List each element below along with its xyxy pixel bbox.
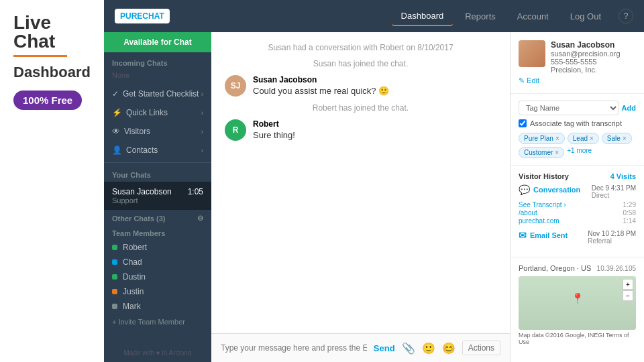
send-button[interactable]: Send — [374, 343, 395, 353]
active-chat-time: 1:05 — [188, 187, 203, 196]
team-member-name: Mark — [123, 302, 141, 311]
menu-quick-links[interactable]: ⚡ Quick Links › — [104, 103, 211, 122]
message-text: Sure thing! — [253, 130, 295, 140]
contacts-icon: 👤 — [112, 145, 122, 155]
chat-messages: Susan had a conversation with Robert on … — [211, 32, 510, 333]
visitor-history-title: Visitor History — [519, 172, 569, 180]
contact-header: Susan Jacobson susan@precision.org 555-5… — [511, 32, 644, 94]
smiley-icon[interactable]: 😊 — [442, 342, 455, 355]
bubble-content-susan: Susan Jacobson Could you assist me real … — [253, 75, 389, 96]
more-tags-link[interactable]: +1 more — [567, 147, 592, 158]
menu-get-started[interactable]: ✓ Get Started Checklist › — [104, 84, 211, 103]
other-chats-expand-icon[interactable]: ⊖ — [197, 214, 203, 223]
menu-contacts-label: Contacts — [126, 145, 158, 155]
nav-links: Dashboard Reports Account Log Out ? — [392, 7, 633, 26]
team-member-mark[interactable]: Mark — [104, 299, 211, 314]
chat-area: Susan had a conversation with Robert on … — [211, 32, 510, 362]
tag-remove-icon[interactable]: × — [590, 135, 594, 142]
menu-visitors-label: Visitors — [124, 127, 150, 136]
free-badge: 100% Free — [13, 90, 82, 110]
chevron-icon: › — [201, 109, 203, 117]
zoom-in-button[interactable]: + — [623, 279, 633, 290]
available-status[interactable]: Available for Chat — [104, 32, 211, 52]
chat-input[interactable] — [221, 343, 367, 353]
menu-get-started-label: Get Started Checklist — [123, 89, 199, 99]
history-sub: Referral — [588, 237, 636, 245]
top-nav: PURECHAT Dashboard Reports Account Log O… — [104, 0, 644, 32]
attachment-icon[interactable]: 📎 — [402, 342, 415, 355]
chevron-icon: › — [201, 128, 203, 135]
history-link-row: /about 0:58 — [519, 209, 636, 217]
see-transcript-link[interactable]: See Transcript › — [519, 201, 566, 208]
tag-customer: Customer × — [519, 147, 564, 158]
other-chats-label: Other Chats (3) — [112, 215, 165, 223]
menu-contacts[interactable]: 👤 Contacts › — [104, 141, 211, 160]
visitors-icon: 👁 — [112, 127, 120, 136]
nav-dashboard[interactable]: Dashboard — [392, 7, 453, 26]
system-message-3: Robert has joined the chat. — [225, 103, 496, 113]
menu-quick-links-label: Quick Links — [126, 108, 168, 117]
history-link-time: 0:58 — [623, 209, 636, 217]
visitor-history-count: 4 Visits — [610, 172, 636, 180]
nav-reports[interactable]: Reports — [455, 7, 505, 25]
team-members-label: Team Members — [104, 227, 211, 240]
contact-info: Susan Jacobson susan@precision.org 555-5… — [551, 40, 621, 74]
actions-button[interactable]: Actions — [462, 341, 500, 355]
chat-input-bar: Send 📎 🙂 😊 Actions — [211, 333, 510, 362]
emoji-icon[interactable]: 🙂 — [422, 342, 435, 355]
system-message-2: Susan has joined the chat. — [225, 59, 496, 68]
map-zoom-controls: + − — [623, 279, 633, 301]
chevron-icon: › — [201, 147, 203, 154]
associate-label: Associate tag with transcript — [530, 119, 622, 127]
history-date: Nov 10 2:18 PM — [588, 230, 636, 237]
divider — [104, 162, 211, 163]
team-member-chad[interactable]: Chad — [104, 255, 211, 269]
history-link-time: 1:29 — [623, 201, 636, 208]
sender-name: Susan Jacobson — [253, 75, 389, 84]
tag-remove-icon[interactable]: × — [555, 135, 559, 142]
help-button[interactable]: ? — [619, 9, 633, 23]
avatar-image — [519, 40, 545, 67]
team-member-name: Justin — [123, 287, 144, 296]
contact-edit-link[interactable]: ✎ Edit — [519, 76, 636, 85]
chat-bubble-susan: SJ Susan Jacobson Could you assist me re… — [225, 75, 496, 97]
about-link[interactable]: /about — [519, 209, 537, 217]
tag-remove-icon[interactable]: × — [623, 135, 627, 142]
tag-pure-plan: Pure Plan × — [519, 133, 565, 144]
active-chat-item[interactable]: Susan Jacobson 1:05 Support — [104, 182, 211, 210]
team-member-robert[interactable]: Robert — [104, 240, 211, 255]
tag-remove-icon[interactable]: × — [555, 149, 559, 156]
sidebar: Available for Chat Incoming Chats None ✓… — [104, 32, 211, 362]
live-chat-title: Live Chat — [13, 13, 91, 51]
menu-visitors[interactable]: 👁 Visitors › — [104, 122, 211, 141]
team-member-name: Robert — [123, 243, 147, 252]
history-link-row: purechat.com 1:14 — [519, 217, 636, 225]
team-member-dustin[interactable]: Dustin — [104, 269, 211, 284]
chevron-icon: › — [201, 90, 203, 98]
associate-checkbox[interactable] — [519, 119, 527, 127]
nav-account[interactable]: Account — [508, 7, 558, 25]
team-member-justin[interactable]: Justin — [104, 284, 211, 299]
tag-add-button[interactable]: Add — [622, 104, 636, 112]
invite-team-member-link[interactable]: + Invite Team Member — [104, 314, 211, 330]
status-dot — [112, 289, 117, 294]
contact-phone: 555-555-5555 — [551, 58, 621, 66]
zoom-out-button[interactable]: − — [623, 290, 633, 301]
nav-logout[interactable]: Log Out — [561, 7, 610, 25]
location-title: Portland, Oregon · US — [519, 264, 591, 272]
incoming-none: None — [104, 70, 211, 84]
purechat-link[interactable]: purechat.com — [519, 217, 559, 225]
history-link-row: See Transcript › 1:29 — [519, 201, 636, 208]
sender-name: Robert — [253, 119, 295, 129]
dashboard-title: Dashboard — [13, 64, 91, 81]
history-link-time: 1:14 — [623, 217, 636, 225]
sidebar-footer: Made with ♥ in Arizona — [104, 344, 211, 362]
map-pin-icon: 📍 — [571, 292, 584, 305]
tag-select[interactable]: Tag Name — [519, 101, 619, 115]
visitor-history: Visitor History 4 Visits 💬 Conversation … — [511, 166, 644, 257]
message-text: Could you assist me real quick? 🙂 — [253, 86, 389, 96]
tags-list: Pure Plan × Lead × Sale × Customer — [519, 133, 636, 158]
location-section: Portland, Oregon · US 10.39.26.105 📍 + −… — [511, 257, 644, 352]
history-sub: Direct — [592, 192, 636, 199]
map-footer: Map data ©2016 Google, INEGI Terms of Us… — [519, 332, 636, 345]
